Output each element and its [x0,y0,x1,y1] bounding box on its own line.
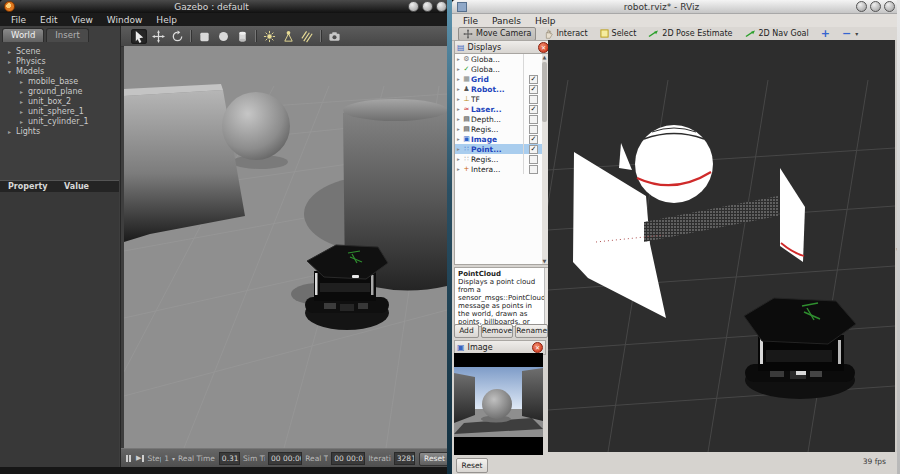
close-button[interactable] [884,1,895,12]
expander-icon[interactable]: ▸ [455,86,462,92]
menu-window[interactable]: Window [100,15,150,25]
expander-icon[interactable]: ▸ [20,77,28,87]
expander-icon[interactable]: ▸ [455,96,462,102]
expander-icon[interactable]: ▸ [455,76,462,82]
close-button[interactable] [436,1,447,12]
menu-help[interactable]: Help [528,16,563,26]
display-item-global-status[interactable]: ▸✓Globa... [455,64,543,74]
gazebo-titlebar[interactable]: Gazebo : default [0,0,452,13]
checkbox[interactable]: ✓ [529,135,538,144]
menu-panels[interactable]: Panels [485,16,528,26]
display-item-interactive-markers[interactable]: ▸+Intera... [455,164,543,174]
maximize-button[interactable] [422,1,433,12]
expander-icon[interactable]: ▸ [20,97,28,107]
add-button[interactable]: Add [454,324,479,338]
move-camera-tool[interactable]: Move Camera [458,27,536,41]
maximize-button[interactable] [870,1,881,12]
expander-icon[interactable]: ▸ [455,116,462,122]
expander-icon[interactable]: ▸ [455,136,462,142]
cylinder-icon[interactable] [234,29,250,44]
scrollbar-thumb[interactable] [542,62,547,122]
display-item-tf[interactable]: ▸⊥TF [455,94,543,104]
expander-icon[interactable]: ▸ [8,57,16,67]
box-icon[interactable] [196,29,212,44]
tree-item-models[interactable]: ▾Models [0,67,120,77]
expander-icon[interactable]: ▸ [455,166,462,172]
expander-icon[interactable]: ▸ [8,47,16,57]
tree-item-ground_plane[interactable]: ▸ground_plane [0,87,120,97]
screenshot-camera-icon[interactable] [326,29,342,44]
select-tool[interactable]: Select [596,28,641,40]
expander-icon[interactable]: ▸ [455,156,462,162]
steps-value[interactable]: 1 [164,454,169,463]
expander-icon[interactable]: ▸ [8,127,16,137]
directional-light-icon[interactable] [299,29,315,44]
checkbox[interactable] [529,95,538,104]
display-item-point-cloud[interactable]: ▸∷Point...✓ [455,144,543,154]
expander-icon[interactable]: ▸ [20,87,28,97]
translate-icon[interactable] [150,29,166,44]
menu-file[interactable]: File [4,15,33,25]
tree-item-mobile_base[interactable]: ▸mobile_base [0,77,120,87]
scroll-up-icon[interactable]: ▲ [542,54,547,60]
unit-sphere[interactable] [222,92,290,160]
select-arrow-icon[interactable] [131,29,147,44]
expander-icon[interactable]: ▸ [455,146,462,152]
expander-icon[interactable]: ▸ [455,126,462,132]
checkbox[interactable] [529,125,538,134]
interact-tool[interactable]: Interact [540,28,591,40]
menu-help[interactable]: Help [149,15,184,25]
rotate-icon[interactable] [169,29,185,44]
steps-dropdown-icon[interactable]: ▾ [172,455,175,462]
tree-item-scene[interactable]: ▸Scene [0,47,120,57]
spot-light-icon[interactable] [280,29,296,44]
minimize-button[interactable] [856,1,867,12]
expander-icon[interactable]: ▸ [455,66,462,72]
tree-item-physics[interactable]: ▸Physics [0,57,120,67]
checkbox[interactable] [529,165,538,174]
expander-icon[interactable]: ▾ [8,67,16,77]
tab-insert[interactable]: Insert [46,28,88,42]
display-item-registered-depth-cloud[interactable]: ▸▤Regis... [455,124,543,134]
point-light-icon[interactable] [261,29,277,44]
menu-file[interactable]: File [456,16,485,26]
checkbox[interactable]: ✓ [529,75,538,84]
rviz-titlebar[interactable]: robot.rviz* - RViz [452,0,900,14]
pose-estimate-tool[interactable]: 2D Pose Estimate [644,28,736,40]
tree-item-unit_cylinder_1[interactable]: ▸unit_cylinder_1 [0,117,120,127]
display-item-depth-cloud[interactable]: ▸▤Depth... [455,114,543,124]
tree-item-unit_sphere_1[interactable]: ▸unit_sphere_1 [0,107,120,117]
display-item-robot-model[interactable]: ▸♟Robot...✓ [455,84,543,94]
checkbox[interactable]: ✓ [529,145,538,154]
remove-button[interactable]: Remove [481,324,513,338]
tree-item-unit_box_2[interactable]: ▸unit_box_2 [0,97,120,107]
rename-button[interactable]: Rename [515,324,548,338]
rviz-3d-view[interactable] [548,40,895,452]
remove-tool-button[interactable]: −▾ [838,28,862,40]
expander-icon[interactable]: ▸ [455,56,462,62]
display-item-image[interactable]: ▸▣Image✓ [455,134,543,144]
step-button[interactable]: ▶ [136,455,144,462]
display-item-laser-scan[interactable]: ▸≈Laser...✓ [455,104,543,114]
display-item-grid[interactable]: ▸▦Grid✓ [455,74,543,84]
display-item-registered-point-cloud[interactable]: ▸∷Regis... [455,154,543,164]
expander-icon[interactable]: ▸ [20,117,28,127]
pause-button[interactable] [126,455,131,462]
gazebo-3d-viewport[interactable] [124,46,447,448]
expander-icon[interactable]: ▸ [455,106,462,112]
minimize-button[interactable] [408,1,419,12]
expander-icon[interactable]: ▸ [20,107,28,117]
tab-world[interactable]: World [2,28,44,42]
display-item-global-options[interactable]: ▸⚙Globa... [455,54,543,64]
sphere-icon[interactable] [215,29,231,44]
tree-item-lights[interactable]: ▸Lights [0,127,120,137]
add-tool-button[interactable]: + [817,28,834,40]
menu-edit[interactable]: Edit [33,15,64,25]
nav-goal-tool[interactable]: 2D Nav Goal [741,28,813,40]
reset-button[interactable]: Reset [419,452,450,466]
turtlebot-model[interactable] [744,298,856,399]
checkbox[interactable]: ✓ [529,105,538,114]
menu-view[interactable]: View [65,15,100,25]
scroll-down-icon[interactable]: ▼ [542,258,547,264]
checkbox[interactable] [529,115,538,124]
